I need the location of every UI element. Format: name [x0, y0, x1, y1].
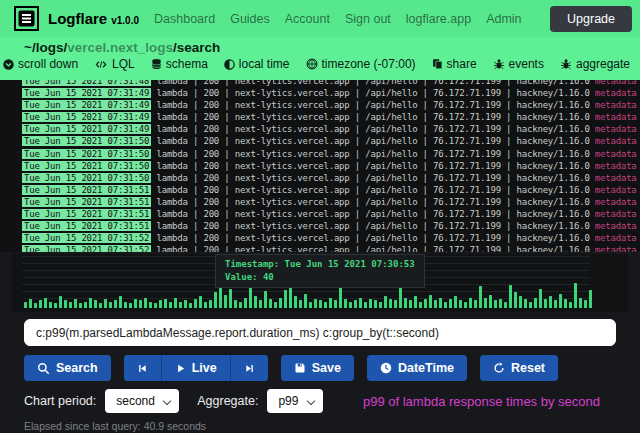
chart-bar[interactable]	[254, 296, 257, 308]
chart-bar[interactable]	[579, 298, 582, 308]
chart-bar[interactable]	[549, 296, 552, 308]
chart-bar[interactable]	[469, 298, 472, 308]
metadata-link[interactable]: metadata	[595, 80, 637, 86]
metadata-link[interactable]: metadata	[595, 221, 637, 231]
chart-bar[interactable]	[154, 303, 157, 308]
chart-bar[interactable]	[344, 299, 347, 308]
chart-bar[interactable]	[159, 300, 162, 308]
chart-bar[interactable]	[274, 302, 277, 309]
chart-bar[interactable]	[349, 302, 352, 309]
metadata-link[interactable]: metadata	[595, 173, 637, 183]
toolbar-share[interactable]: share	[432, 57, 477, 71]
chart-bar[interactable]	[314, 299, 317, 308]
nav-link-account[interactable]: Account	[285, 12, 330, 26]
chart-bar[interactable]	[299, 300, 302, 308]
chart-bar[interactable]	[484, 298, 487, 308]
events-chart[interactable]: Timestamp: Tue Jun 15 2021 07:30:53 Valu…	[12, 254, 628, 312]
metadata-link[interactable]: metadata	[595, 136, 637, 146]
chart-bar[interactable]	[394, 300, 397, 308]
chart-bar[interactable]	[209, 300, 212, 308]
metadata-link[interactable]: metadata	[595, 112, 637, 122]
chart-bar[interactable]	[79, 303, 82, 308]
toolbar-local-time[interactable]: local time	[224, 57, 290, 71]
chart-bar[interactable]	[69, 302, 72, 309]
metadata-link[interactable]: metadata	[595, 88, 637, 98]
chart-bar[interactable]	[559, 294, 562, 308]
chart-bar[interactable]	[354, 300, 357, 308]
chart-bar[interactable]	[119, 296, 122, 308]
metadata-link[interactable]: metadata	[595, 233, 637, 243]
chart-bar[interactable]	[164, 299, 167, 308]
chart-bar[interactable]	[334, 300, 337, 308]
chart-bar[interactable]	[359, 298, 362, 308]
chart-bar[interactable]	[104, 299, 107, 308]
chart-bar[interactable]	[189, 303, 192, 308]
chart-bar[interactable]	[384, 296, 387, 308]
upgrade-button[interactable]: Upgrade	[550, 6, 632, 32]
chart-bar[interactable]	[324, 302, 327, 309]
log-panel[interactable]: Tue Jun 15 2021 07:31:48 lambda | 200 | …	[0, 80, 640, 252]
chart-bar[interactable]	[109, 302, 112, 309]
chart-bar[interactable]	[74, 299, 77, 308]
chart-bar[interactable]	[379, 302, 382, 309]
chart-bar[interactable]	[269, 299, 272, 308]
chart-bar[interactable]	[29, 299, 32, 308]
chart-bar[interactable]	[524, 299, 527, 308]
nav-link-guides[interactable]: Guides	[230, 12, 270, 26]
chart-bar[interactable]	[374, 300, 377, 308]
chart-bar[interactable]	[364, 302, 367, 309]
chart-bar[interactable]	[129, 303, 132, 308]
chart-bar[interactable]	[494, 300, 497, 308]
chart-bar[interactable]	[169, 302, 172, 309]
chart-bar[interactable]	[474, 300, 477, 308]
chart-bar[interactable]	[569, 302, 572, 309]
chart-bar[interactable]	[584, 300, 587, 308]
logflare-logo-icon[interactable]	[14, 6, 39, 31]
chart-bar[interactable]	[424, 299, 427, 308]
save-button[interactable]: Save	[281, 355, 354, 381]
chart-bar[interactable]	[454, 296, 457, 308]
chart-bar[interactable]	[544, 299, 547, 308]
metadata-link[interactable]: metadata	[595, 100, 637, 110]
breadcrumb-source[interactable]: vercel.next_logs	[67, 40, 173, 55]
skip-to-start-button[interactable]	[124, 355, 161, 381]
chart-bar[interactable]	[554, 300, 557, 308]
nav-link-logflare-app[interactable]: logflare.app	[406, 12, 471, 26]
toolbar-lql[interactable]: LQL	[94, 57, 135, 71]
datetime-button[interactable]: DateTime	[367, 355, 467, 381]
chart-bar[interactable]	[539, 289, 542, 309]
toolbar-scroll-down[interactable]: scroll down	[3, 57, 78, 71]
search-query-input[interactable]	[24, 319, 616, 346]
chart-bar[interactable]	[59, 296, 62, 308]
reset-button[interactable]: Reset	[480, 355, 558, 381]
chart-bar[interactable]	[149, 302, 152, 309]
chart-bar[interactable]	[294, 296, 297, 308]
metadata-link[interactable]: metadata	[595, 185, 637, 195]
metadata-link[interactable]: metadata	[595, 161, 637, 171]
chart-bar[interactable]	[519, 296, 522, 308]
chart-bar[interactable]	[414, 296, 417, 308]
chart-bar[interactable]	[459, 300, 462, 308]
chart-bar[interactable]	[134, 299, 137, 308]
chart-bar[interactable]	[489, 295, 492, 308]
chart-bar[interactable]	[99, 303, 102, 308]
search-button[interactable]: Search	[24, 355, 111, 381]
chart-bar[interactable]	[34, 303, 37, 308]
chart-bar[interactable]	[499, 299, 502, 308]
chart-bar[interactable]	[304, 294, 307, 308]
chart-bar[interactable]	[449, 299, 452, 308]
chart-bar[interactable]	[319, 300, 322, 308]
chart-bar[interactable]	[509, 285, 512, 308]
chart-bar[interactable]	[434, 300, 437, 308]
nav-link-dashboard[interactable]: Dashboard	[154, 12, 215, 26]
chart-bar[interactable]	[504, 302, 507, 309]
chart-bar[interactable]	[89, 298, 92, 308]
skip-to-end-button[interactable]	[230, 355, 268, 381]
chart-bar[interactable]	[139, 300, 142, 308]
chart-bar[interactable]	[479, 286, 482, 308]
toolbar-events[interactable]: events	[493, 57, 544, 71]
live-button[interactable]: Live	[161, 355, 230, 381]
chart-bar[interactable]	[439, 298, 442, 308]
chart-bar[interactable]	[124, 302, 127, 309]
chart-bar[interactable]	[309, 302, 312, 309]
